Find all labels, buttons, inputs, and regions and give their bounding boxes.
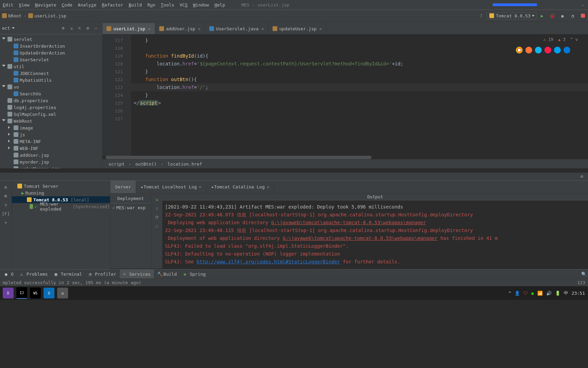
tray-battery-icon[interactable]: 🔋 [555, 291, 560, 296]
tree-searchvo[interactable]: SearchVo [0, 90, 102, 97]
edge-icon[interactable] [564, 47, 570, 53]
close-icon[interactable]: × [198, 26, 201, 31]
ie-icon[interactable] [554, 47, 561, 53]
output-console[interactable]: [2021-09-22 11:49:43,231] Artifact MES:w… [162, 200, 588, 269]
tree-insertorderaction[interactable]: InsertOrderAction [0, 43, 102, 49]
menu-code[interactable]: Code [59, 2, 75, 7]
opera-icon[interactable] [544, 47, 551, 53]
tree-image[interactable]: image [0, 124, 102, 131]
menu-edit[interactable]: Edit [0, 2, 16, 7]
tree-js[interactable]: js [0, 131, 102, 138]
coverage-button[interactable]: ◉ [558, 11, 567, 20]
collapse-all-icon[interactable]: ⇱ [76, 25, 83, 31]
tree-servlet[interactable]: servlet [0, 36, 102, 43]
gear-icon[interactable] [581, 174, 586, 179]
taskbar-app4[interactable]: U [44, 288, 54, 298]
close-icon[interactable]: × [261, 26, 264, 31]
menu-build[interactable]: Build [126, 2, 145, 7]
open-in-browsers[interactable] [514, 47, 572, 53]
undeploy-icon[interactable]: ⇪ [154, 205, 160, 211]
minimize-button[interactable]: — [578, 2, 588, 7]
tree-vo[interactable]: vo [0, 83, 102, 90]
tree-util[interactable]: util [0, 63, 102, 70]
safari-icon[interactable] [535, 47, 542, 53]
profile-button[interactable]: ◔ [568, 11, 577, 20]
tab-todo[interactable]: ●O [1, 270, 17, 278]
tray-volume-icon[interactable]: 🔊 [546, 291, 552, 296]
fold-column[interactable] [126, 34, 131, 156]
tab-services[interactable]: ☼Services [120, 270, 154, 278]
project-tree[interactable]: servletInsertOrderActionUpdateOrderActio… [0, 34, 102, 168]
tree-sqlmapconfig-xml[interactable]: SqlMapConfig.xml [0, 111, 102, 118]
refresh-icon[interactable]: ⟳ [154, 214, 160, 220]
tab-build[interactable]: 🔨Build [154, 270, 180, 278]
add-icon[interactable]: + [2, 219, 9, 226]
editor-tab-userlist-jsp[interactable]: userList.jsp× [102, 23, 155, 34]
tree-adduser-jsp[interactable]: addUser.jsp [0, 152, 102, 158]
taskbar-app5[interactable]: ◎ [57, 288, 68, 298]
taskbar-intellij[interactable]: IJ [16, 287, 27, 299]
path-link[interactable]: G:\javaweb\tomcat\apache-tomcat-8.0.53\w… [283, 235, 438, 241]
debug-button[interactable]: 🐞 [548, 11, 557, 20]
menu-refactor[interactable]: Refactor [99, 2, 126, 7]
service-tomcat-server[interactable]: Tomcat Server [12, 183, 110, 189]
service-running-group[interactable]: ▶Running [12, 189, 110, 196]
tree-myorder-jsp[interactable]: myorder.jsp [0, 158, 102, 165]
code-content[interactable]: } function findById(id){ location.href='… [131, 34, 588, 156]
chrome-icon[interactable] [516, 47, 523, 53]
taskbar-webstorm[interactable]: WS [30, 288, 41, 298]
tab-server[interactable]: Server [110, 181, 136, 193]
tab-terminal[interactable]: ▣Terminal [51, 270, 85, 278]
tab-tomcat-catalina-log[interactable]: ▸ Tomcat Catalina Log × [207, 181, 274, 193]
services-tree[interactable]: Tomcat Server ▶Running Tomcat 8.0.53 [lo… [12, 181, 110, 269]
menu-navigate[interactable]: Navigate [32, 2, 59, 7]
tree-log4j-properties[interactable]: log4j.properties [0, 104, 102, 111]
deployment-item[interactable]: ✓MES:war exp [110, 203, 151, 212]
tray-expand-icon[interactable]: ^ [508, 291, 511, 296]
slf4j-link[interactable]: http://www.slf4j.org/codes.html#StaticLo… [197, 259, 340, 264]
project-view-label[interactable]: ect [2, 26, 10, 31]
system-tray[interactable]: ^ 👤 🛡 ● 📶 🔊 🔋 中 23:51 [507, 290, 587, 296]
menu-tools[interactable]: Tools [158, 2, 177, 7]
filter-icon[interactable]: ≡ [2, 184, 9, 190]
browser-icon[interactable]: ☐ [154, 223, 160, 229]
tray-people-icon[interactable]: 👤 [514, 291, 520, 296]
build-hammer-icon[interactable]: ⤴ [477, 11, 486, 20]
tree-web-inf[interactable]: WEB-INF [0, 145, 102, 152]
path-link[interactable]: G:\javaweb\tomcat\apache-tomcat-8.0.53\w… [271, 220, 426, 225]
background-task-progress[interactable] [493, 3, 537, 6]
hide-tool-window-icon[interactable]: — [93, 25, 99, 31]
select-opened-file-icon[interactable]: ⊕ [60, 25, 67, 31]
chevron-down-icon[interactable] [12, 27, 15, 29]
editor-hscroll[interactable] [102, 156, 588, 159]
menu-help[interactable]: Help [212, 2, 228, 7]
tree-mybatisutils[interactable]: MybatisUtils [0, 77, 102, 83]
tree-jdbcconnect[interactable]: JDBCConnect [0, 70, 102, 77]
editor-tab-adduser-jsp[interactable]: addUser.jsp× [155, 23, 205, 34]
layout-icon[interactable]: ⊞ [2, 193, 9, 199]
nav-crumb-root[interactable]: bRoot [0, 13, 23, 18]
tray-shield-icon[interactable]: 🛡 [523, 291, 528, 296]
filter-funnel-icon[interactable]: ▽ [2, 201, 9, 208]
tab-profiler[interactable]: ◔Profiler [85, 270, 120, 278]
search-icon[interactable] [581, 272, 587, 277]
tab-tomcat-localhost-log[interactable]: ▸ Tomcat Localhost Log × [136, 181, 207, 193]
group-icon[interactable]: [F] [2, 210, 9, 217]
menu-analyze[interactable]: Analyze [75, 2, 99, 7]
tray-ime[interactable]: 中 [564, 290, 568, 296]
tree-meta-inf[interactable]: META-INF [0, 138, 102, 145]
tray-wifi-icon[interactable]: 📶 [537, 291, 543, 296]
expand-all-icon[interactable]: ⇲ [68, 25, 75, 31]
tab-spring[interactable]: ❀Spring [180, 270, 209, 278]
tray-wechat-icon[interactable]: ● [531, 291, 534, 296]
tray-clock[interactable]: 23:51 [572, 291, 585, 296]
editor-tab-updateuser-jsp[interactable]: updateUser.jsp× [268, 23, 326, 34]
stop-button[interactable] [578, 11, 587, 20]
gear-icon[interactable] [84, 25, 91, 31]
tab-problems[interactable]: ⚠Problems [17, 270, 51, 278]
menu-view[interactable]: View [16, 2, 32, 7]
tree-userservlet[interactable]: UserServlet [0, 56, 102, 63]
taskbar-app1[interactable]: D [3, 288, 14, 298]
editor-breadcrumb[interactable]: script› outBtn()› location.href [102, 159, 588, 168]
menu-run[interactable]: Run [145, 2, 158, 7]
